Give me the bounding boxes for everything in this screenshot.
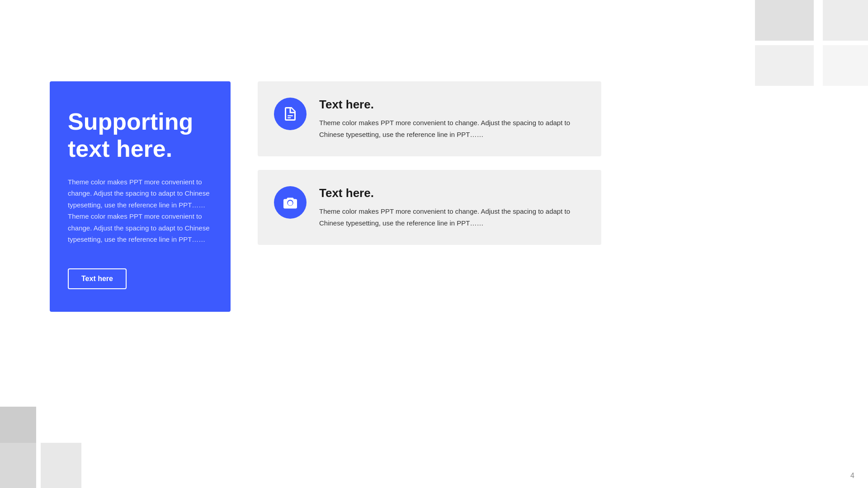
deco-rectangle-tr1 — [755, 0, 814, 41]
left-card-content: Supporting text here. Theme color makes … — [68, 108, 212, 263]
right-column: Text here. Theme color makes PPT more co… — [258, 81, 601, 245]
document-icon — [282, 106, 298, 122]
deco-rectangle-tr4 — [823, 45, 868, 86]
left-card-body: Theme color makes PPT more convenient to… — [68, 176, 212, 245]
svg-rect-0 — [288, 115, 293, 116]
svg-point-2 — [288, 201, 293, 206]
deco-rectangle-bl3 — [0, 407, 36, 443]
info-card-1-body: Theme color makes PPT more convenient to… — [319, 117, 583, 140]
deco-rectangle-tr3 — [755, 45, 814, 86]
deco-rectangle-bl1 — [0, 443, 36, 488]
deco-rectangle-bl2 — [41, 443, 81, 488]
left-card-title: Supporting text here. — [68, 108, 212, 163]
page-number: 4 — [850, 472, 854, 480]
title-line1: Supporting — [68, 108, 193, 135]
icon-circle-1 — [274, 98, 307, 130]
text-here-button[interactable]: Text here — [68, 268, 127, 289]
icon-circle-2 — [274, 186, 307, 219]
svg-rect-1 — [288, 117, 291, 118]
info-card-2-text: Text here. Theme color makes PPT more co… — [319, 186, 583, 229]
info-card-2-body: Theme color makes PPT more convenient to… — [319, 206, 583, 229]
info-card-2: Text here. Theme color makes PPT more co… — [258, 170, 601, 245]
camera-icon — [282, 194, 298, 211]
info-card-1-title: Text here. — [319, 98, 583, 112]
deco-rectangle-tr2 — [823, 0, 868, 41]
left-card: Supporting text here. Theme color makes … — [50, 81, 231, 312]
info-card-1-text: Text here. Theme color makes PPT more co… — [319, 98, 583, 140]
main-content: Supporting text here. Theme color makes … — [50, 81, 601, 312]
info-card-2-title: Text here. — [319, 186, 583, 200]
info-card-1: Text here. Theme color makes PPT more co… — [258, 81, 601, 156]
title-line2: text here. — [68, 136, 172, 162]
